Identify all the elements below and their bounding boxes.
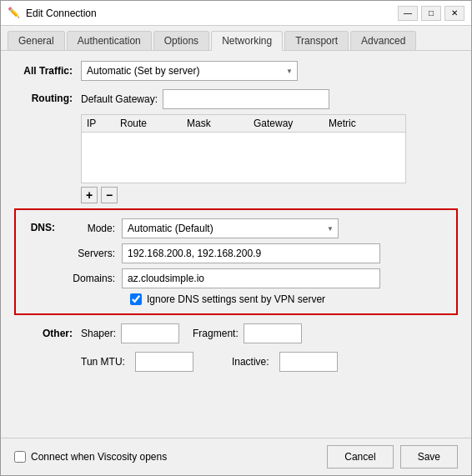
dns-servers-input[interactable] — [122, 243, 380, 263]
tab-networking[interactable]: Networking — [211, 31, 283, 51]
other-row1: Other: Shaper: Fragment: — [14, 323, 458, 343]
dns-servers-label: Servers: — [63, 248, 122, 259]
remove-route-button[interactable]: − — [101, 187, 118, 203]
maximize-button[interactable]: □ — [421, 6, 441, 21]
routing-row: Routing: Default Gateway: IP Route Mask … — [14, 89, 458, 203]
shaper-field: Shaper: — [81, 323, 179, 343]
dns-mode-row: Mode: Automatic (Default) Manual None — [63, 218, 446, 238]
routing-label: Routing: — [14, 89, 81, 104]
titlebar-left: ✏️ Edit Connection — [8, 7, 97, 20]
col-route-header: Route — [120, 118, 187, 129]
inactive-label: Inactive: — [232, 356, 269, 368]
dns-content: Mode: Automatic (Default) Manual None Se… — [63, 218, 446, 305]
minimize-button[interactable]: — — [398, 6, 418, 21]
routing-table-actions: + − — [81, 187, 458, 203]
window-icon: ✏️ — [8, 7, 21, 20]
tab-advanced[interactable]: Advanced — [350, 31, 416, 50]
ignore-dns-checkbox[interactable] — [130, 293, 142, 305]
fragment-label: Fragment: — [193, 328, 239, 339]
window-title: Edit Connection — [26, 8, 97, 19]
dns-mode-select[interactable]: Automatic (Default) Manual None — [122, 218, 339, 238]
footer: Connect when Viscosity opens Cancel Save — [1, 438, 471, 475]
tab-bar: General Authentication Options Networkin… — [1, 26, 471, 51]
col-ip-header: IP — [87, 118, 120, 129]
dns-servers-row: Servers: — [63, 243, 446, 263]
dns-label: DNS: — [26, 218, 63, 233]
dns-outer-row: DNS: Mode: Automatic (Default) Manual No… — [26, 218, 446, 305]
connect-when-opens-checkbox[interactable] — [14, 451, 26, 463]
footer-left: Connect when Viscosity opens — [14, 451, 167, 463]
tun-mtu-label: Tun MTU: — [81, 356, 125, 368]
titlebar-controls: — □ ✕ — [398, 6, 464, 21]
dns-domains-row: Domains: — [63, 268, 446, 288]
fragment-field: Fragment: — [193, 323, 302, 343]
shaper-label: Shaper: — [81, 328, 116, 339]
tun-mtu-input[interactable] — [135, 352, 193, 372]
ignore-dns-label: Ignore DNS settings sent by VPN server — [147, 293, 325, 305]
connect-when-opens-label: Connect when Viscosity opens — [31, 451, 167, 463]
col-mask-header: Mask — [187, 118, 254, 129]
other-label: Other: — [14, 328, 81, 339]
dns-domains-label: Domains: — [63, 273, 122, 284]
main-window: ✏️ Edit Connection — □ ✕ General Authent… — [0, 0, 472, 476]
dns-domains-input[interactable] — [122, 268, 380, 288]
tun-mtu-field: Tun MTU: — [81, 352, 193, 372]
titlebar: ✏️ Edit Connection — □ ✕ — [1, 1, 471, 26]
tab-authentication[interactable]: Authentication — [67, 31, 152, 50]
col-gateway-header: Gateway — [254, 118, 329, 129]
all-traffic-label: All Traffic: — [14, 65, 81, 77]
dns-mode-label: Mode: — [63, 223, 122, 234]
default-gateway-row: Default Gateway: — [81, 89, 458, 109]
routing-table-body — [82, 133, 405, 183]
cancel-button[interactable]: Cancel — [327, 445, 393, 468]
dns-mode-select-wrapper: Automatic (Default) Manual None — [122, 218, 339, 238]
add-route-button[interactable]: + — [81, 187, 98, 203]
tab-options[interactable]: Options — [153, 31, 209, 50]
routing-table-header: IP Route Mask Gateway Metric — [82, 115, 405, 133]
close-button[interactable]: ✕ — [444, 6, 464, 21]
inactive-input[interactable] — [279, 352, 338, 372]
tab-general[interactable]: General — [8, 31, 65, 50]
inactive-field: Inactive: — [232, 352, 338, 372]
save-button[interactable]: Save — [400, 445, 458, 468]
all-traffic-select-wrapper: Automatic (Set by server) All Traffic No… — [81, 61, 298, 81]
dns-checkbox-row: Ignore DNS settings sent by VPN server — [130, 293, 446, 305]
content-area: All Traffic: Automatic (Set by server) A… — [1, 51, 471, 438]
all-traffic-select[interactable]: Automatic (Set by server) All Traffic No… — [81, 61, 298, 81]
routing-table: IP Route Mask Gateway Metric — [81, 114, 406, 183]
shaper-input[interactable] — [121, 323, 179, 343]
tun-row: Tun MTU: Inactive: — [81, 352, 458, 372]
all-traffic-row: All Traffic: Automatic (Set by server) A… — [14, 61, 458, 81]
default-gateway-input[interactable] — [163, 89, 329, 109]
dns-section: DNS: Mode: Automatic (Default) Manual No… — [14, 208, 458, 315]
footer-right: Cancel Save — [327, 445, 458, 468]
routing-content: Default Gateway: IP Route Mask Gateway M… — [81, 89, 458, 203]
col-metric-header: Metric — [329, 118, 379, 129]
tab-transport[interactable]: Transport — [284, 31, 349, 50]
default-gateway-label: Default Gateway: — [81, 93, 158, 105]
fragment-input[interactable] — [244, 323, 302, 343]
other-section: Other: Shaper: Fragment: Tun MTU: Inacti… — [14, 323, 458, 372]
